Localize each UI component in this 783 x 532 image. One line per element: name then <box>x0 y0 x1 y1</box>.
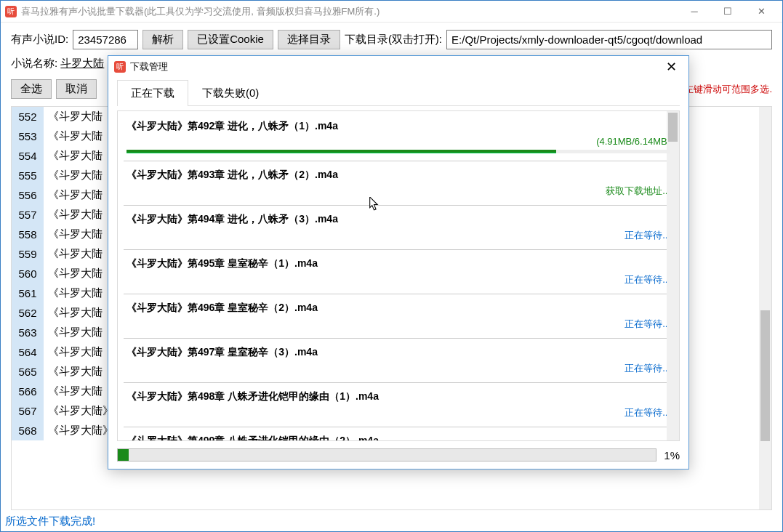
item-filename: 《斗罗大陆》第492章 进化，八蛛矛（1）.m4a <box>127 120 670 133</box>
item-status: 正在等待... <box>625 273 670 286</box>
parse-button[interactable]: 解析 <box>142 30 183 49</box>
row-index: 562 <box>12 303 44 323</box>
download-item[interactable]: 《斗罗大陆》第496章 皇室秘辛（2）.m4a正在等待... <box>124 294 673 339</box>
download-item[interactable]: 《斗罗大陆》第492章 进化，八蛛矛（1）.m4a(4.91MB/6.14MB) <box>124 113 673 161</box>
row-index: 560 <box>12 264 44 283</box>
id-label: 有声小说ID: <box>11 33 68 47</box>
cancel-button[interactable]: 取消 <box>56 79 97 99</box>
overall-progress-bar <box>117 448 656 462</box>
row-index: 568 <box>12 421 44 440</box>
item-status: 获取下载地址... <box>606 185 670 198</box>
row-index: 553 <box>12 126 44 146</box>
item-filename: 《斗罗大陆》第497章 皇室秘辛（3）.m4a <box>127 346 670 359</box>
row-index: 563 <box>12 323 44 342</box>
row-index: 555 <box>12 166 44 185</box>
choose-dir-button[interactable]: 选择目录 <box>278 30 340 49</box>
download-manager-dialog: 听 下载管理 ✕ 正在下载 下载失败(0) 《斗罗大陆》第492章 进化，八蛛矛… <box>108 55 689 469</box>
minimize-button[interactable]: ─ <box>678 1 711 23</box>
item-status: 正在等待... <box>625 362 670 375</box>
tabs: 正在下载 下载失败(0) <box>117 79 680 106</box>
download-item[interactable]: 《斗罗大陆》第493章 进化，八蛛矛（2）.m4a获取下载地址... <box>124 161 673 206</box>
dl-scroll-thumb[interactable] <box>668 113 678 142</box>
tab-failed[interactable]: 下载失败(0) <box>188 80 273 106</box>
row-index: 558 <box>12 225 44 244</box>
dialog-titlebar[interactable]: 听 下载管理 ✕ <box>108 56 688 78</box>
item-filename: 《斗罗大陆》第493章 进化，八蛛矛（2）.m4a <box>127 169 670 182</box>
item-status: 正在等待... <box>625 229 670 242</box>
download-item[interactable]: 《斗罗大陆》第499章 八蛛矛进化铠甲的缘由（2）.m4a正在等待... <box>124 427 673 441</box>
download-item[interactable]: 《斗罗大陆》第495章 皇室秘辛（1）.m4a正在等待... <box>124 250 673 294</box>
status-bar: 所选文件下载完成! <box>1 512 782 531</box>
row-index: 554 <box>12 146 44 166</box>
item-status: (4.91MB/6.14MB) <box>596 136 670 147</box>
item-status: 正在等待... <box>625 406 670 419</box>
download-path-input[interactable] <box>446 30 772 49</box>
select-all-button[interactable]: 全选 <box>11 79 52 99</box>
row-index: 556 <box>12 185 44 205</box>
item-progress-bar <box>127 150 670 153</box>
row-index: 561 <box>12 283 44 303</box>
titlebar[interactable]: 听 喜马拉雅有声小说批量下载器(此工具仅为学习交流使用, 音频版权归喜马拉雅FM… <box>1 1 782 23</box>
item-filename: 《斗罗大陆》第498章 八蛛矛进化铠甲的缘由（1）.m4a <box>127 390 670 403</box>
cookie-button[interactable]: 已设置Cookie <box>188 30 273 49</box>
maximize-button[interactable]: ☐ <box>711 1 744 23</box>
dialog-icon: 听 <box>114 61 126 73</box>
row-index: 567 <box>12 401 44 421</box>
item-filename: 《斗罗大陆》第496章 皇室秘辛（2）.m4a <box>127 302 670 315</box>
close-button[interactable]: ✕ <box>744 1 778 23</box>
item-filename: 《斗罗大陆》第494章 进化，八蛛矛（3）.m4a <box>127 213 670 226</box>
toolbar: 有声小说ID: 解析 已设置Cookie 选择目录 下载目录(双击打开): <box>1 23 782 57</box>
download-item[interactable]: 《斗罗大陆》第498章 八蛛矛进化铠甲的缘由（1）.m4a正在等待... <box>124 383 673 427</box>
download-item[interactable]: 《斗罗大陆》第494章 进化，八蛛矛（3）.m4a正在等待... <box>124 206 673 250</box>
novel-name-value: 斗罗大陆 <box>60 57 104 69</box>
item-status: 正在等待... <box>625 318 670 331</box>
app-icon: 听 <box>5 6 17 17</box>
overall-percent: 1% <box>664 449 680 462</box>
dialog-close-button[interactable]: ✕ <box>660 59 683 75</box>
dialog-title: 下载管理 <box>130 60 168 73</box>
novel-name-label: 小说名称: <box>11 57 57 69</box>
path-label: 下载目录(双击打开): <box>345 33 442 47</box>
row-index: 552 <box>12 107 44 126</box>
table-scrollbar[interactable] <box>759 107 771 509</box>
item-filename: 《斗罗大陆》第499章 八蛛矛进化铠甲的缘由（2）.m4a <box>127 435 670 441</box>
row-index: 557 <box>12 205 44 225</box>
download-item[interactable]: 《斗罗大陆》第497章 皇室秘辛（3）.m4a正在等待... <box>124 339 673 383</box>
item-filename: 《斗罗大陆》第495章 皇室秘辛（1）.m4a <box>127 257 670 270</box>
tab-downloading[interactable]: 正在下载 <box>117 80 188 106</box>
row-index: 559 <box>12 244 44 264</box>
overall-progress: 1% <box>117 448 680 462</box>
download-list[interactable]: 《斗罗大陆》第492章 进化，八蛛矛（1）.m4a(4.91MB/6.14MB)… <box>117 110 680 441</box>
row-index: 564 <box>12 342 44 362</box>
dl-scrollbar[interactable] <box>667 111 679 440</box>
row-index: 566 <box>12 382 44 401</box>
window-title: 喜马拉雅有声小说批量下载器(此工具仅为学习交流使用, 音频版权归喜马拉雅FM所有… <box>21 5 678 18</box>
row-index: 565 <box>12 362 44 382</box>
novel-id-input[interactable] <box>73 30 138 49</box>
table-scroll-thumb[interactable] <box>760 310 770 441</box>
